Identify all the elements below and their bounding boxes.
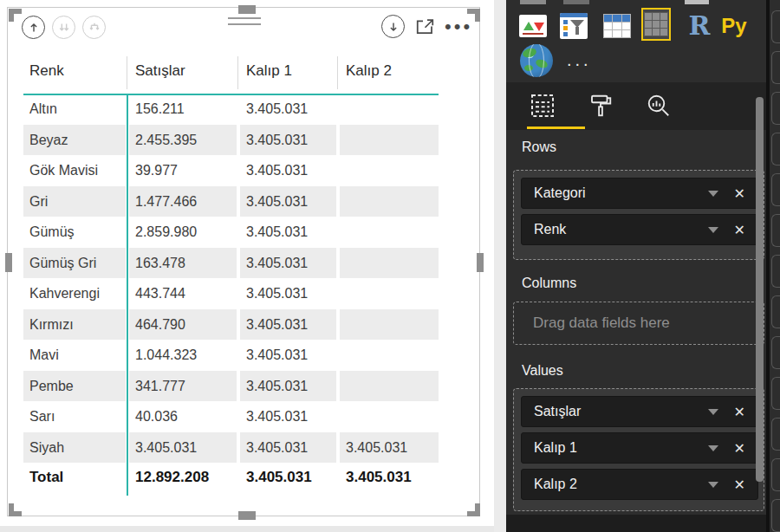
go-to-next-level-icon[interactable] (52, 16, 75, 39)
dropdown-caret-icon[interactable] (708, 445, 718, 451)
row-label-cell: Siyah (23, 432, 126, 464)
adjacent-pane-item (771, 92, 780, 125)
adjacent-pane-item (771, 214, 780, 247)
value-cell: 464.790 (129, 309, 237, 341)
column-header[interactable]: Kalıp 1 (240, 51, 336, 94)
value-cell: 3.405.031 (129, 432, 237, 464)
field-pill[interactable]: Kategori ✕ (521, 178, 758, 209)
table-row[interactable]: Altın 156.211 3.405.031 (23, 94, 439, 125)
value-cell: 3.405.031 (340, 432, 439, 464)
column-header[interactable]: Renk (23, 51, 126, 94)
drill-mode-down-icon[interactable] (381, 15, 405, 38)
value-cell: 2.455.395 (129, 125, 237, 156)
table-header-row: Renk Satışlar Kalıp 1 Kalıp 2 (23, 51, 439, 94)
focus-mode-icon[interactable] (414, 16, 436, 40)
columns-section-label: Columns (522, 276, 576, 291)
table-row[interactable]: Kırmızı 464.790 3.405.031 (23, 309, 439, 341)
resize-handle-right[interactable] (477, 253, 484, 272)
adjacent-pane-item (771, 377, 780, 410)
value-cell: 3.405.031 (240, 155, 336, 186)
adjacent-pane-item (771, 10, 780, 43)
table-total-row: Total 12.892.208 3.405.031 3.405.031 (23, 463, 439, 494)
pane-scrollbar[interactable] (756, 97, 764, 482)
table-row[interactable]: Gök Mavisi 39.977 3.405.031 (23, 155, 439, 186)
value-cell: 3.405.031 (240, 248, 336, 279)
remove-field-icon[interactable]: ✕ (734, 440, 745, 457)
remove-field-icon[interactable]: ✕ (734, 477, 745, 493)
value-cell: 40.036 (129, 401, 237, 432)
visual-grab-handle[interactable] (228, 17, 261, 29)
r-script-visual-icon[interactable]: R (685, 11, 714, 40)
row-label-cell: Gümüş (23, 217, 126, 248)
table-row[interactable]: Kahverengi 443.744 3.405.031 (23, 278, 439, 309)
table-row[interactable]: Gümüş Gri 163.478 3.405.031 (23, 248, 439, 279)
value-cell: 443.744 (129, 278, 237, 309)
table-row[interactable]: Pembe 341.777 3.405.031 (23, 371, 439, 402)
matrix-visual[interactable]: ••• Renk Satışlar Kalıp 1 Kalıp 2 Altın … (7, 7, 480, 516)
value-cell (340, 217, 439, 248)
value-cell (340, 248, 439, 279)
table-row[interactable]: Gümüş 2.859.980 3.405.031 (23, 217, 439, 248)
dropdown-caret-icon[interactable] (708, 227, 718, 233)
remove-field-icon[interactable]: ✕ (734, 185, 745, 202)
table-row[interactable]: Beyaz 2.455.395 3.405.031 (23, 125, 439, 156)
value-cell: 3.405.031 (240, 371, 336, 402)
resize-handle-bottom-left[interactable] (9, 503, 22, 516)
kpi-visual-icon[interactable] (518, 11, 548, 40)
row-label-cell: Gök Mavisi (23, 155, 126, 186)
value-cell (340, 309, 439, 341)
value-cell: 3.405.031 (240, 401, 336, 432)
resize-handle-bottom[interactable] (238, 511, 256, 520)
rows-field-well[interactable]: Kategori ✕ Renk ✕ (513, 170, 764, 260)
slicer-visual-icon[interactable] (559, 11, 588, 40)
more-options-icon[interactable]: ••• (445, 23, 472, 31)
resize-handle-left[interactable] (5, 253, 12, 272)
resize-handle-top-left[interactable] (9, 9, 22, 22)
field-pill-label: Renk (522, 222, 708, 237)
header-separator (237, 56, 238, 89)
field-pill[interactable]: Renk ✕ (521, 214, 758, 245)
dropdown-caret-icon[interactable] (708, 482, 718, 488)
tab-format[interactable] (583, 89, 618, 122)
dropdown-caret-icon[interactable] (708, 191, 718, 197)
pane-divider (766, 0, 770, 532)
arcgis-map-icon[interactable] (520, 44, 553, 77)
table-row[interactable]: Siyah 3.405.031 3.405.031 3.405.031 (23, 432, 439, 464)
adjacent-pane-item (771, 499, 780, 532)
resize-handle-top[interactable] (238, 5, 256, 14)
tab-fields[interactable] (525, 89, 560, 122)
header-separator (337, 56, 338, 89)
drop-placeholder: Drag data fields here (514, 302, 764, 344)
field-pill-label: Kalıp 2 (522, 477, 708, 492)
row-label-cell: Mavi (23, 340, 126, 371)
field-pill[interactable]: Satışlar ✕ (521, 396, 758, 427)
drill-up-icon[interactable] (22, 16, 45, 39)
table-row[interactable]: Sarı 40.036 3.405.031 (23, 401, 439, 432)
value-cell (340, 340, 439, 371)
value-cell: 3.405.031 (240, 309, 336, 341)
expand-all-down-icon[interactable] (82, 16, 106, 39)
table-visual-icon[interactable] (602, 11, 632, 40)
remove-field-icon[interactable]: ✕ (734, 222, 745, 238)
field-pill-label: Kalıp 1 (522, 440, 708, 456)
row-label-cell: Altın (23, 94, 126, 125)
tab-analytics[interactable] (641, 89, 676, 122)
dropdown-caret-icon[interactable] (708, 409, 718, 415)
resize-handle-bottom-right[interactable] (467, 503, 480, 516)
python-visual-icon[interactable]: Py (719, 11, 749, 40)
row-header-divider (127, 94, 128, 496)
visualizations-pane: R Py ... (506, 0, 780, 532)
value-cell (340, 278, 439, 309)
remove-field-icon[interactable]: ✕ (734, 404, 745, 420)
more-visuals-icon[interactable]: ... (567, 50, 592, 70)
column-header[interactable]: Satışlar (129, 51, 237, 94)
values-field-well[interactable]: Satışlar ✕ Kalıp 1 ✕ Kalıp 2 ✕ (513, 388, 764, 511)
columns-field-well[interactable]: Drag data fields here (513, 302, 764, 345)
table-row[interactable]: Gri 1.477.466 3.405.031 (23, 186, 439, 217)
matrix-visual-icon-selected[interactable] (641, 10, 671, 38)
field-pill[interactable]: Kalıp 1 ✕ (521, 432, 758, 464)
field-pill[interactable]: Kalıp 2 ✕ (521, 469, 758, 500)
total-value-cell: 3.405.031 (240, 463, 336, 494)
column-header[interactable]: Kalıp 2 (340, 51, 439, 94)
table-row[interactable]: Mavi 1.044.323 3.405.031 (23, 340, 439, 371)
